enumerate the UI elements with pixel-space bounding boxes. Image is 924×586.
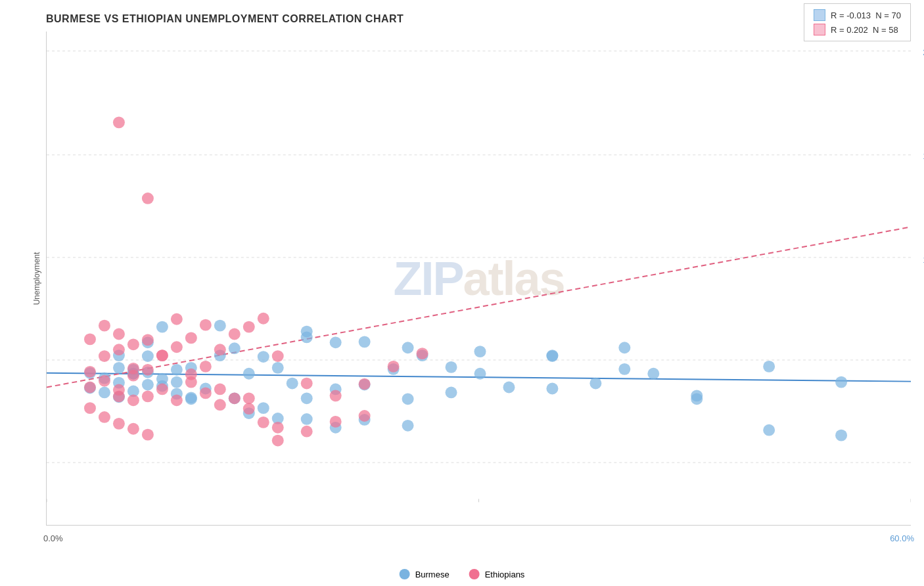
svg-point-64	[546, 349, 558, 361]
svg-point-62	[402, 393, 414, 405]
svg-point-119	[171, 394, 183, 406]
svg-point-110	[417, 348, 428, 359]
svg-point-127	[113, 418, 125, 430]
svg-point-123	[229, 392, 241, 404]
svg-point-105	[258, 417, 269, 428]
svg-point-74	[171, 364, 183, 376]
svg-point-132	[330, 416, 342, 428]
svg-point-80	[84, 333, 96, 345]
svg-point-114	[99, 375, 110, 387]
svg-point-11	[113, 362, 125, 374]
svg-point-41	[446, 361, 457, 373]
svg-point-89	[142, 364, 154, 376]
svg-point-30	[272, 362, 284, 374]
burmese-dot-swatch	[400, 569, 410, 579]
svg-point-43	[503, 382, 515, 394]
svg-point-103	[272, 350, 284, 362]
svg-point-78	[99, 350, 110, 362]
svg-point-131	[301, 426, 313, 438]
burmese-swatch	[814, 9, 825, 21]
svg-point-42	[474, 368, 486, 380]
svg-point-99	[243, 321, 255, 333]
svg-point-124	[243, 403, 255, 415]
svg-point-20	[171, 376, 183, 388]
svg-point-116	[127, 370, 139, 382]
svg-line-6	[47, 227, 911, 387]
svg-point-46	[618, 363, 630, 375]
svg-point-68	[763, 424, 775, 436]
bottom-legend-burmese: Burmese	[400, 569, 450, 579]
svg-point-91	[171, 341, 183, 353]
svg-point-66	[647, 368, 659, 380]
x-label-60: 60.0%	[890, 533, 914, 543]
ethiopians-dot-swatch	[469, 569, 480, 579]
svg-point-67	[691, 393, 703, 405]
svg-point-126	[99, 411, 110, 423]
svg-point-95	[200, 319, 212, 331]
svg-point-53	[402, 342, 414, 353]
svg-point-61	[214, 320, 226, 332]
svg-point-113	[84, 366, 96, 378]
svg-point-120	[185, 376, 197, 388]
svg-point-69	[835, 430, 847, 441]
svg-point-111	[113, 116, 125, 128]
svg-point-121	[200, 388, 212, 399]
svg-point-117	[142, 390, 154, 402]
svg-point-108	[359, 378, 371, 390]
chart-area: Unemployment ZIPatlas	[46, 32, 911, 526]
svg-point-79	[113, 344, 125, 355]
svg-point-81	[99, 320, 110, 332]
svg-point-125	[84, 402, 96, 414]
svg-point-129	[142, 429, 154, 441]
svg-point-60	[301, 326, 313, 338]
svg-point-49	[835, 376, 847, 388]
burmese-legend-label: Burmese	[415, 570, 450, 579]
bottom-legend: Burmese Ethiopians	[400, 569, 525, 579]
svg-point-29	[258, 351, 269, 363]
svg-point-77	[84, 382, 96, 394]
svg-point-93	[171, 313, 183, 325]
svg-point-44	[546, 383, 558, 395]
chart-container: BURMESE VS ETHIOPIAN UNEMPLOYMENT CORREL…	[0, 0, 924, 586]
svg-point-84	[142, 334, 154, 346]
svg-point-101	[214, 384, 226, 395]
svg-point-32	[258, 402, 269, 414]
chart-svg	[47, 32, 911, 525]
svg-point-107	[330, 390, 342, 401]
svg-point-59	[402, 420, 414, 432]
svg-point-109	[388, 361, 400, 372]
svg-point-73	[156, 321, 168, 333]
burmese-r-label: R = -0.013	[831, 11, 871, 20]
svg-point-96	[214, 344, 226, 355]
svg-point-10	[99, 387, 110, 399]
svg-point-50	[359, 336, 371, 348]
svg-point-97	[200, 361, 212, 372]
svg-point-65	[618, 342, 630, 353]
svg-point-70	[185, 393, 197, 405]
svg-point-28	[243, 368, 255, 380]
svg-point-56	[301, 413, 313, 425]
svg-point-130	[272, 435, 284, 447]
svg-point-19	[142, 350, 154, 362]
svg-point-63	[446, 387, 457, 399]
svg-point-112	[142, 192, 154, 204]
svg-point-118	[156, 384, 168, 395]
burmese-n-label: N = 70	[875, 11, 901, 20]
svg-point-83	[127, 338, 139, 350]
ethiopians-legend-label: Ethiopians	[485, 570, 525, 579]
svg-point-33	[287, 378, 298, 390]
chart-title: BURMESE VS ETHIOPIAN UNEMPLOYMENT CORREL…	[46, 13, 911, 25]
svg-point-92	[185, 332, 197, 344]
svg-point-52	[330, 336, 342, 348]
svg-point-115	[113, 384, 125, 396]
svg-point-13	[142, 379, 154, 391]
svg-point-27	[229, 342, 241, 354]
svg-point-48	[763, 361, 775, 372]
bottom-legend-ethiopians: Ethiopians	[469, 569, 525, 579]
svg-point-88	[127, 394, 139, 406]
svg-point-45	[589, 378, 601, 390]
svg-point-104	[301, 378, 313, 390]
y-axis-label: Unemployment	[32, 252, 41, 305]
legend-row-burmese: R = -0.013 N = 70	[814, 9, 901, 21]
svg-point-128	[127, 423, 139, 435]
